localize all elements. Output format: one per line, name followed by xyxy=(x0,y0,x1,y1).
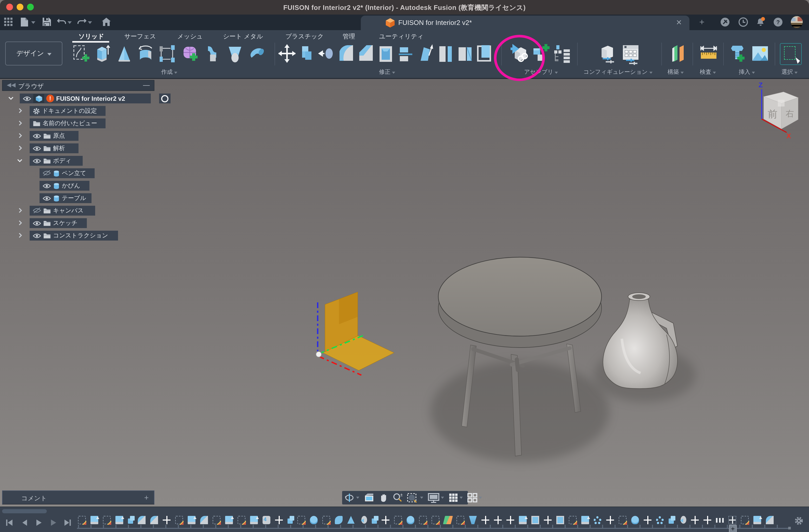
browser-row-doc-settings[interactable]: ドキュメントの設定 xyxy=(30,106,106,116)
timeline-feature-sketch[interactable] xyxy=(297,516,305,524)
chevron-down-icon[interactable] xyxy=(17,158,22,163)
save-button[interactable] xyxy=(42,18,51,28)
timeline-feature-cpattern[interactable] xyxy=(656,516,664,524)
timeline-feature-extrude[interactable] xyxy=(225,516,233,524)
timeline-feature-extrude[interactable] xyxy=(519,516,527,524)
timeline-feature-rpattern[interactable] xyxy=(716,518,724,522)
revolve-icon[interactable] xyxy=(136,44,155,65)
tab-mesh[interactable]: メッシュ xyxy=(177,32,203,41)
timeline-feature-move[interactable] xyxy=(703,516,711,524)
chevron-right-icon[interactable] xyxy=(18,145,23,150)
browser-row-vase[interactable]: かびん xyxy=(39,181,89,191)
combine-icon[interactable] xyxy=(297,44,316,65)
joint-origin-icon[interactable] xyxy=(157,44,176,65)
undo-caret[interactable] xyxy=(68,21,72,24)
activate-component-radio[interactable] xyxy=(159,93,171,103)
timeline-track[interactable] xyxy=(77,528,788,529)
timeline-feature-move[interactable] xyxy=(506,516,514,524)
timeline-feature-sketch[interactable] xyxy=(457,516,464,524)
chevron-right-icon[interactable] xyxy=(18,108,23,113)
visibility-eye-off-icon[interactable] xyxy=(33,208,41,214)
insert-derive-icon[interactable] xyxy=(510,44,528,65)
browser-row-pen-holder[interactable]: ペン立て xyxy=(39,168,94,178)
timeline-feature-sketch[interactable] xyxy=(419,516,427,524)
visibility-eye-icon[interactable] xyxy=(33,233,41,238)
timeline-feature-sketch[interactable] xyxy=(432,516,439,524)
viewports-tool[interactable] xyxy=(467,493,477,502)
visibility-eye-icon[interactable] xyxy=(33,133,41,139)
timeline-feature-move[interactable] xyxy=(644,516,652,524)
timeline-feature-revolve[interactable] xyxy=(631,516,639,524)
app-grid-icon[interactable] xyxy=(4,18,13,28)
help-icon[interactable]: ? xyxy=(773,17,783,29)
orbit-caret[interactable] xyxy=(356,497,359,499)
browser-panel-header[interactable]: ◀◀ ブラウザ — xyxy=(2,80,154,91)
browser-row-bodies[interactable]: ボディ xyxy=(30,156,83,166)
timeline-feature-plane[interactable] xyxy=(443,516,453,524)
browser-row-table[interactable]: テーブル xyxy=(39,193,91,203)
offset-face-icon[interactable] xyxy=(436,44,454,65)
timeline-feature-extrude[interactable] xyxy=(581,516,589,524)
pipe-icon[interactable] xyxy=(248,44,267,65)
insert-canvas-icon[interactable] xyxy=(751,44,770,65)
tab-plastic[interactable]: プラスチック xyxy=(286,32,324,41)
tab-utilities[interactable]: ユーティリティ xyxy=(379,32,424,41)
group-label-modify[interactable]: 修正 xyxy=(379,68,395,76)
grid-display-caret[interactable] xyxy=(460,497,463,499)
timeline-feature-sketch[interactable] xyxy=(322,516,330,524)
fillet-icon[interactable] xyxy=(337,44,356,65)
add-comment-icon[interactable]: + xyxy=(144,493,149,502)
timeline-feature-sketch[interactable] xyxy=(213,516,221,524)
orbit-tool[interactable] xyxy=(344,493,355,503)
timeline-feature-extrude[interactable] xyxy=(90,516,98,524)
draft-icon[interactable] xyxy=(416,44,435,65)
configuration-table-icon[interactable] xyxy=(621,44,639,65)
timeline-feature-sketch[interactable] xyxy=(619,516,626,524)
chevron-right-icon[interactable] xyxy=(18,220,23,226)
tab-surface[interactable]: サーフェス xyxy=(124,32,156,41)
construction-plane-icon[interactable] xyxy=(669,44,687,65)
timeline-feature-move[interactable] xyxy=(275,516,283,524)
timeline-feature-sketch[interactable] xyxy=(78,516,86,524)
timeline-feature-fillet[interactable] xyxy=(766,516,774,524)
history-icon[interactable] xyxy=(738,17,748,29)
timeline-feature-sweep[interactable] xyxy=(335,516,343,524)
extrude-icon[interactable] xyxy=(93,44,112,65)
visibility-eye-off-icon[interactable] xyxy=(42,171,51,176)
replace-face-icon[interactable] xyxy=(455,44,474,65)
timeline-feature-fillet[interactable] xyxy=(138,516,145,524)
new-component-icon[interactable] xyxy=(531,44,550,65)
minimize-panel-icon[interactable]: — xyxy=(143,81,150,89)
grid-display-tool[interactable] xyxy=(449,493,458,502)
timeline-feature-sketch[interactable] xyxy=(103,516,111,524)
redo-button[interactable] xyxy=(77,18,86,27)
chevron-right-icon[interactable] xyxy=(18,208,23,213)
timeline-feature-sketch[interactable] xyxy=(741,516,749,524)
group-label-construct[interactable]: 構築 xyxy=(668,68,684,76)
measure-icon[interactable] xyxy=(699,44,718,65)
viewport-canvas[interactable]: 上 前 右 Z X ◀◀ ブラウザ — ! FUISON for Interio… xyxy=(0,79,809,507)
visibility-eye-icon[interactable] xyxy=(42,196,51,201)
timeline-feature-fillet[interactable] xyxy=(150,516,158,524)
timeline-feature-sketch[interactable] xyxy=(569,516,576,524)
form-icon[interactable] xyxy=(181,44,200,65)
timeline-feature-boxframe[interactable] xyxy=(556,516,564,524)
timeline-feature-extrude[interactable] xyxy=(250,516,258,524)
pan-tool[interactable] xyxy=(379,493,389,503)
timeline-feature-loft[interactable] xyxy=(469,516,477,524)
look-at-tool[interactable] xyxy=(364,493,374,502)
split-body-icon[interactable] xyxy=(396,44,415,65)
timeline-feature-move[interactable] xyxy=(691,516,699,524)
redo-caret[interactable] xyxy=(88,21,92,24)
browser-row-construction[interactable]: コンストラクション xyxy=(30,231,118,241)
zoom-window-caret[interactable] xyxy=(420,497,423,499)
chamfer-icon[interactable] xyxy=(357,44,375,65)
tab-solid[interactable]: ソリッド xyxy=(79,32,104,41)
chevron-right-icon[interactable] xyxy=(18,233,23,238)
timeline-feature-revolve[interactable] xyxy=(407,516,414,524)
insert-bolt-icon[interactable] xyxy=(729,44,748,65)
undo-button[interactable] xyxy=(57,18,67,27)
go-to-end-button[interactable] xyxy=(64,518,72,529)
select-window-icon[interactable] xyxy=(780,43,802,65)
collapse-panel-icon[interactable]: ◀◀ xyxy=(7,82,16,88)
